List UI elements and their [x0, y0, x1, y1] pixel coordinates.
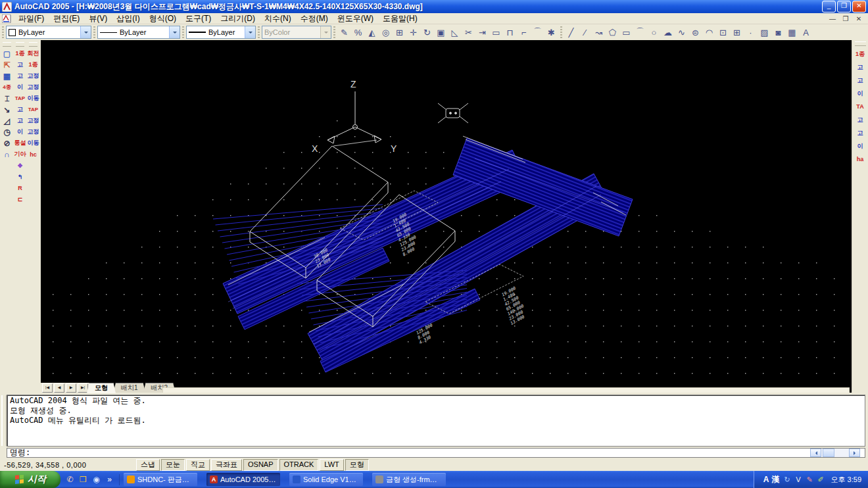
tab-nav-button-2[interactable]: ◀: [54, 383, 64, 393]
explode-icon[interactable]: ✱: [544, 26, 558, 39]
linetype-dropdown[interactable]: ByLayer: [97, 26, 180, 39]
lineweight-dropdown[interactable]: ByLayer: [186, 26, 256, 39]
scroll-left-button[interactable]: [810, 449, 821, 457]
dim-diameter-icon[interactable]: ⊘: [1, 137, 13, 149]
custom-tool-1-4[interactable]: 이: [14, 82, 26, 93]
extend-icon[interactable]: ⇥: [475, 26, 489, 39]
save-drawing-icon[interactable]: ▦: [1, 70, 13, 82]
break-at-point-icon[interactable]: ⊓: [503, 26, 517, 39]
tab-nav-button-4[interactable]: ▶|: [78, 383, 88, 393]
revision-cloud-icon[interactable]: ☁: [661, 26, 675, 39]
multiline-text-icon[interactable]: A: [799, 26, 813, 39]
custom-tool-1-6[interactable]: 고: [14, 104, 26, 115]
status-toggle-모눈[interactable]: 모눈: [161, 459, 185, 471]
right-tool-6[interactable]: 고: [852, 113, 868, 126]
ellipse-icon[interactable]: ⊜: [688, 26, 702, 39]
toolbar-grip[interactable]: [258, 26, 260, 38]
ellipse-arc-icon[interactable]: ◠: [702, 26, 716, 39]
custom-tool-2-1[interactable]: 회전: [27, 48, 39, 59]
custom-tool-2-6[interactable]: TAP: [27, 104, 39, 115]
custom-tool-1-13[interactable]: R: [14, 182, 26, 193]
menu-item-6[interactable]: 도구(T): [181, 12, 216, 25]
toolbar-grip[interactable]: [3, 42, 11, 47]
custom-tool-1-12[interactable]: ↰: [14, 171, 26, 182]
tab-모형[interactable]: 모형: [87, 383, 116, 393]
command-scrollbar[interactable]: [810, 449, 860, 457]
scale-icon[interactable]: ▣: [434, 26, 448, 39]
toolbar-grip[interactable]: [333, 26, 335, 38]
dim-angular-icon[interactable]: ◿: [1, 115, 13, 126]
rectangle-icon[interactable]: ▭: [619, 26, 633, 39]
taskbar-task-2[interactable]: AAutoCAD 2005 - [...: [206, 473, 280, 486]
custom-tool-1-3[interactable]: 고: [14, 70, 26, 82]
taskbar-task-1[interactable]: SHDNC- 판금CAD...: [124, 473, 197, 486]
toolbar-grip[interactable]: [855, 41, 866, 46]
menu-item-4[interactable]: 삽입(I): [112, 12, 144, 25]
custom-tool-2-3[interactable]: 고정: [27, 70, 39, 82]
custom-tool-2-8[interactable]: 고정: [27, 126, 39, 137]
menu-item-9[interactable]: 수정(M): [296, 12, 333, 25]
osnap-magnet-icon[interactable]: ∩: [1, 149, 13, 160]
custom-tool-1-5[interactable]: TAP: [14, 93, 26, 104]
dim-linear-icon[interactable]: ⌶: [1, 93, 13, 104]
custom-tool-1-10[interactable]: 기아: [14, 149, 26, 160]
menu-item-2[interactable]: 편집(E): [49, 12, 84, 25]
status-toggle-직교[interactable]: 직교: [186, 459, 210, 471]
check-icon-icon[interactable]: Ⅴ: [794, 475, 804, 485]
insert-block-icon[interactable]: ⊡: [716, 26, 730, 39]
right-tool-7[interactable]: 고: [852, 126, 868, 139]
polygon-icon[interactable]: ⬠: [606, 26, 619, 39]
toolbar-grip[interactable]: [29, 42, 37, 47]
stretch-icon[interactable]: ◺: [448, 26, 462, 39]
hatch-icon[interactable]: ▨: [758, 26, 771, 39]
pen-green-icon[interactable]: ✐: [816, 475, 826, 485]
menu-item-11[interactable]: 도움말(H): [378, 12, 422, 25]
toolbar-grip[interactable]: [2, 26, 4, 38]
drawing-canvas[interactable]: Z X Y 19.0001.48042.50065.0004.330125.00…: [41, 40, 852, 383]
status-toggle-OTRACK[interactable]: OTRACK: [279, 459, 319, 471]
restore-button[interactable]: ❐: [837, 1, 851, 12]
copy-icon[interactable]: %: [351, 26, 365, 39]
custom-tool-2-5[interactable]: 이동: [27, 93, 39, 104]
menu-item-1[interactable]: 파일(F): [14, 12, 49, 25]
line-icon[interactable]: ╱: [564, 26, 578, 39]
toolbar-grip[interactable]: [16, 42, 24, 47]
toolbar-grip[interactable]: [182, 26, 184, 38]
right-tool-3[interactable]: 고: [852, 74, 868, 87]
custom-tool-1-8[interactable]: 이: [14, 126, 26, 137]
dropdown-arrow-icon[interactable]: [80, 26, 91, 38]
status-toggle-스냅[interactable]: 스냅: [136, 459, 160, 471]
mdi-close-button[interactable]: ✕: [855, 15, 863, 22]
trim-icon[interactable]: ✂: [462, 26, 475, 39]
scroll-track[interactable]: [821, 449, 849, 457]
custom-tool-2-7[interactable]: 고정: [27, 115, 39, 126]
erase-icon[interactable]: ✎: [337, 26, 351, 39]
launch-phone-icon[interactable]: ✆: [64, 474, 76, 485]
ime-language-indicator[interactable]: A: [763, 475, 769, 484]
spline-icon[interactable]: ∿: [675, 26, 688, 39]
toolbar-grip[interactable]: [93, 26, 95, 38]
tab-nav-button-3[interactable]: ▶: [66, 383, 76, 393]
command-history[interactable]: AutoCAD 2004 형식 파일 여는 중.모형 재생성 중.AutoCAD…: [7, 395, 865, 447]
custom-tool-1-9[interactable]: 통설: [14, 137, 26, 149]
right-tool-8[interactable]: 이: [852, 139, 868, 153]
custom-tool-1-14[interactable]: ⊏: [14, 193, 26, 205]
custom-tool-2-10[interactable]: hc: [27, 149, 39, 160]
mdi-restore-button[interactable]: ❐: [842, 15, 850, 22]
status-toggle-극좌표[interactable]: 극좌표: [211, 459, 242, 471]
launch-folder-icon[interactable]: ❒: [78, 474, 89, 485]
menu-item-8[interactable]: 치수(N): [260, 12, 296, 25]
region-icon[interactable]: ◙: [771, 26, 785, 39]
break-icon[interactable]: ▭: [489, 26, 503, 39]
mdi-minimize-button[interactable]: —: [829, 15, 836, 22]
minimize-button[interactable]: _: [822, 1, 836, 12]
launch-media-icon[interactable]: ◉: [91, 474, 102, 485]
status-toggle-LWT[interactable]: LWT: [320, 459, 343, 471]
lang-indicator-icon[interactable]: ↻: [783, 475, 792, 485]
custom-tool-1-11[interactable]: ✥: [14, 160, 26, 171]
point-icon[interactable]: ·: [744, 26, 758, 39]
close-button[interactable]: ✕: [852, 1, 866, 12]
rotate-icon[interactable]: ↻: [420, 26, 434, 39]
dim-arc-icon[interactable]: ◷: [1, 126, 13, 137]
tab-배치1[interactable]: 배치1: [113, 383, 146, 393]
